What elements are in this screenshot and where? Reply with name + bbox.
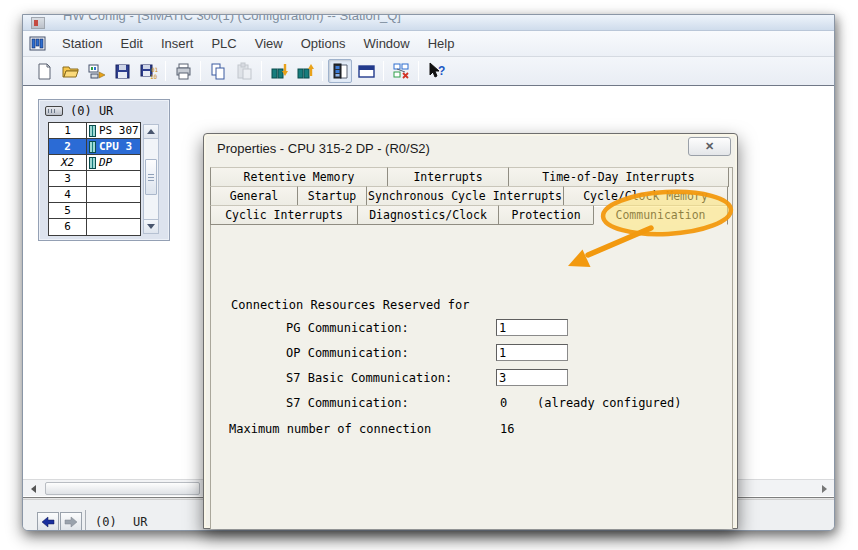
toolbar-button-catalog[interactable] [328, 59, 352, 83]
tab-communication[interactable]: Communication [593, 205, 728, 225]
help-pointer-icon: ? [427, 62, 446, 81]
copy-icon [209, 62, 228, 81]
save-icon [113, 62, 132, 81]
menu-window[interactable]: Window [354, 33, 418, 54]
slot-number: X2 [49, 155, 87, 170]
scroll-down-icon[interactable] [144, 219, 158, 233]
menu-station[interactable]: Station [53, 33, 111, 54]
close-button[interactable]: ✕ [688, 137, 731, 156]
bottom-rack-index: (0) [95, 515, 117, 529]
svg-text:01: 01 [151, 66, 158, 73]
rack-table: 1PS 3072CPU 3X2DP3456 [48, 122, 141, 236]
summary-value: 16 [500, 422, 514, 436]
new-station-icon [35, 62, 54, 81]
toolbar-button-save-compile[interactable]: 0110 [136, 59, 160, 83]
menu-edit[interactable]: Edit [111, 33, 151, 54]
toolbar: 0110? [23, 57, 834, 85]
field-label: S7 Communication: [286, 396, 409, 410]
network-icon [392, 62, 411, 81]
field-label: S7 Basic Communication: [286, 371, 452, 385]
properties-dialog: Properties - CPU 315-2 DP - (R0/S2) ✕ Re… [203, 133, 738, 529]
rack-slot-row[interactable]: 2CPU 3 [49, 139, 140, 155]
tab-cyclic-interrupts[interactable]: Cyclic Interrupts [210, 205, 358, 225]
download-icon [270, 62, 289, 81]
divider [85, 510, 86, 531]
toolbar-separator [165, 61, 166, 81]
toolbar-button-help-pointer[interactable]: ? [424, 59, 448, 83]
toolbar-separator [200, 61, 201, 81]
tab-protection[interactable]: Protection [498, 205, 594, 225]
toolbar-button-new-station[interactable] [32, 59, 56, 83]
module-name: PS 307 [99, 124, 139, 137]
catalog-icon [331, 62, 350, 81]
menu-help[interactable]: Help [419, 33, 464, 54]
tab-synchronous-cycle-interrupts[interactable]: Synchronous Cycle Interrupts [366, 186, 564, 206]
scroll-left-icon[interactable] [25, 481, 41, 496]
menu-options[interactable]: Options [292, 33, 355, 54]
slot-number: 6 [49, 219, 87, 235]
toolbar-button-paste[interactable] [232, 59, 256, 83]
module-name: DP [99, 156, 112, 169]
next-rack-button[interactable] [60, 512, 82, 531]
rack-icon [45, 106, 63, 116]
op-communication-input[interactable] [496, 344, 568, 361]
rack-slot-row[interactable]: 3 [49, 171, 140, 187]
menu-insert[interactable]: Insert [152, 33, 203, 54]
toolbar-button-network[interactable] [389, 59, 413, 83]
scroll-right-icon[interactable] [816, 481, 832, 496]
open-station-icon [61, 62, 80, 81]
hw-config-document-icon[interactable] [29, 36, 47, 52]
tab-retentive-memory[interactable]: Retentive Memory [210, 167, 388, 187]
upload-icon [296, 62, 315, 81]
rack-slot-row[interactable]: X2DP [49, 155, 140, 171]
tab-interrupts[interactable]: Interrupts [387, 167, 509, 187]
module-icon [89, 157, 96, 169]
rack-panel: (0) UR 1PS 3072CPU 3X2DP3456 [38, 99, 170, 241]
field-label: PG Communication: [286, 321, 409, 335]
module-icon [89, 125, 96, 137]
slot-number: 3 [49, 171, 87, 186]
tab-general[interactable]: General [210, 186, 298, 206]
rack-slot-row[interactable]: 4 [49, 187, 140, 203]
scrollbar-thumb[interactable] [145, 159, 157, 195]
scroll-up-icon[interactable] [144, 125, 158, 139]
tab-startup[interactable]: Startup [297, 186, 367, 206]
tab-diagnostics-clock[interactable]: Diagnostics/Clock [357, 205, 499, 225]
rack-title: (0) UR [70, 104, 113, 118]
menu-view[interactable]: View [246, 33, 292, 54]
rack-scrollbar[interactable] [143, 124, 159, 234]
print-icon [174, 62, 193, 81]
field-note: (already configured) [537, 396, 682, 410]
toolbar-button-upload[interactable] [293, 59, 317, 83]
toolbar-separator [418, 61, 419, 81]
toolbar-button-download[interactable] [267, 59, 291, 83]
tab-control: Retentive MemoryInterruptsTime-of-Day In… [210, 167, 733, 529]
close-icon: ✕ [705, 140, 714, 153]
previous-rack-button[interactable] [37, 512, 59, 531]
tab-time-of-day-interrupts[interactable]: Time-of-Day Interrupts [508, 167, 729, 187]
toolbar-button-copy[interactable] [206, 59, 230, 83]
menu-bar: StationEditInsertPLCViewOptionsWindowHel… [23, 31, 834, 57]
toolbar-button-window-toggle[interactable] [354, 59, 378, 83]
s7-basic-communication-input[interactable] [496, 369, 568, 386]
svg-text:?: ? [438, 64, 445, 78]
tab-cycle-clock-memory[interactable]: Cycle/Clock Memory [563, 186, 728, 206]
menu-plc[interactable]: PLC [202, 33, 245, 54]
toolbar-button-open-online[interactable] [84, 59, 108, 83]
toolbar-button-save[interactable] [110, 59, 134, 83]
slot-number: 4 [49, 187, 87, 202]
hscrollbar-thumb[interactable] [45, 482, 200, 495]
module-name: CPU 3 [99, 140, 132, 153]
rack-slot-row[interactable]: 5 [49, 203, 140, 219]
save-compile-icon: 0110 [139, 62, 158, 81]
pg-communication-input[interactable] [496, 319, 568, 336]
dialog-title: Properties - CPU 315-2 DP - (R0/S2) [217, 141, 430, 156]
field-label: OP Communication: [286, 346, 409, 360]
window-titlebar: HW Config - [SIMATIC 300(1) (Configurati… [23, 15, 834, 31]
rack-slot-row[interactable]: 1PS 307 [49, 123, 140, 139]
field-value: 0 [500, 396, 507, 410]
toolbar-button-open-station[interactable] [58, 59, 82, 83]
toolbar-button-print[interactable] [171, 59, 195, 83]
rack-slot-row[interactable]: 6 [49, 219, 140, 235]
slot-number: 2 [49, 139, 87, 154]
